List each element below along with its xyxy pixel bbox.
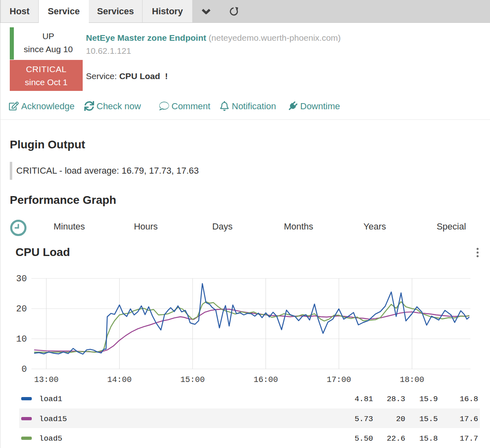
svg-text:10: 10: [16, 334, 27, 344]
svg-text:0: 0: [22, 364, 27, 375]
svg-text:30: 30: [16, 274, 27, 284]
svg-text:13:00: 13:00: [34, 375, 59, 384]
svg-text:15:00: 15:00: [180, 375, 205, 384]
svg-text:17:00: 17:00: [327, 375, 351, 384]
svg-text:18:00: 18:00: [400, 375, 424, 384]
svg-text:16:00: 16:00: [253, 375, 278, 384]
svg-text:14:00: 14:00: [107, 375, 132, 384]
svg-text:20: 20: [16, 304, 27, 314]
